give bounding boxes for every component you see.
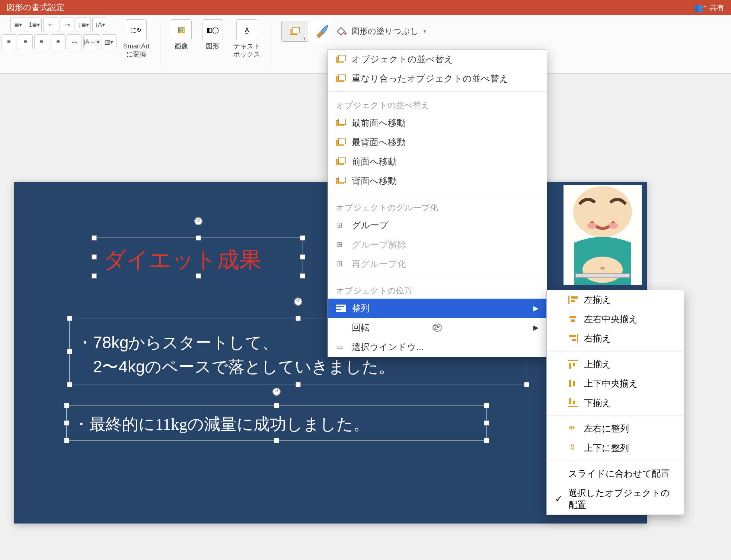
numbering-button[interactable]: 1≣▾ [27, 17, 42, 32]
clipart-image[interactable] [564, 185, 642, 285]
menu-reorder-overlapping[interactable]: 重なり合ったオブジェクトの並べ替え [328, 69, 547, 88]
submenu-align-left[interactable]: 左揃え [547, 290, 684, 309]
submenu-align-right[interactable]: 右揃え [547, 329, 684, 348]
submenu-align-to-slide[interactable]: スライドに合わせて配置 [547, 464, 684, 483]
resize-handle[interactable] [64, 403, 69, 408]
resize-handle[interactable] [64, 438, 69, 443]
resize-handle[interactable] [524, 382, 529, 387]
submenu-arrow-icon: ▶ [533, 324, 539, 332]
selection-pane-icon [336, 343, 346, 351]
resize-handle[interactable] [296, 316, 301, 321]
group-icon [336, 221, 346, 229]
menu-label: グループ解除 [352, 239, 406, 251]
smartart-button[interactable]: ⬚↻ SmartArtに変換 [118, 17, 155, 61]
paintbrush-icon [313, 23, 330, 40]
submenu-label: 選択したオブジェクトの配置 [568, 487, 676, 511]
resize-handle[interactable] [484, 420, 489, 426]
menu-group[interactable]: グループ [328, 216, 547, 235]
submenu-align-bottom[interactable]: 下揃え [547, 393, 684, 413]
resize-handle[interactable] [92, 273, 97, 279]
submenu-label: 左揃え [584, 294, 611, 306]
svg-point-4 [582, 257, 623, 283]
rotate-handle[interactable] [194, 217, 202, 225]
format-painter-button[interactable] [311, 21, 332, 42]
resize-handle[interactable] [274, 403, 279, 408]
svg-point-0 [344, 32, 347, 35]
smartart-icon: ⬚↻ [131, 26, 141, 34]
tab-shape-format[interactable]: 図形の書式設定 👥⁺ 共有 [0, 0, 731, 15]
menu-label: 背面へ移動 [352, 175, 397, 187]
submenu-distribute-h[interactable]: 左右に整列 [547, 419, 684, 438]
submenu-align-hcenter[interactable]: 左右中央揃え [547, 309, 684, 329]
menu-separator [547, 461, 684, 461]
shape-fill-button[interactable]: 図形の塗りつぶし ▼ [335, 26, 427, 37]
resize-handle[interactable] [67, 382, 72, 387]
bullets-button[interactable]: ≣▾ [10, 17, 25, 32]
columns-button[interactable]: ▥▾ [102, 34, 116, 49]
svg-point-2 [587, 223, 596, 229]
resize-handle[interactable] [92, 235, 97, 241]
resize-handle[interactable] [296, 382, 301, 387]
distribute-text-button[interactable]: ⫘ [67, 34, 82, 49]
menu-rotate[interactable]: 回転▶ [328, 318, 547, 337]
rotate-handle[interactable] [272, 388, 281, 396]
menu-send-backward[interactable]: 背面へ移動 [328, 171, 547, 191]
menu-ungroup: グループ解除 [328, 235, 547, 254]
distribute-h-icon [568, 424, 578, 433]
menu-reorder-objects[interactable]: オブジェクトの並べ替え [328, 50, 547, 69]
shape-label: 図形 [206, 42, 219, 51]
menu-separator [328, 277, 547, 277]
resize-handle[interactable] [484, 403, 489, 408]
menu-bring-forward[interactable]: 前面へ移動 [328, 152, 547, 171]
resize-handle[interactable] [196, 235, 201, 241]
align-right-button[interactable]: ≡ [34, 34, 49, 49]
resize-handle[interactable] [484, 438, 489, 443]
align-left-button[interactable]: ≡ [1, 34, 16, 49]
submenu-arrow-icon: ▶ [533, 304, 539, 312]
align-left-icon [568, 296, 578, 304]
resize-handle[interactable] [92, 254, 97, 260]
align-justify-button[interactable]: ≡ [51, 34, 66, 49]
share-icon: 👥⁺ [694, 3, 707, 12]
align-icon [336, 305, 346, 312]
resize-handle[interactable] [64, 420, 69, 426]
resize-handle[interactable] [67, 316, 72, 321]
indent-dec-button[interactable]: ⇤ [43, 17, 58, 32]
submenu-align-vcenter[interactable]: 上下中央揃え [547, 374, 684, 393]
text-direction-button[interactable]: ↕A▾ [92, 17, 107, 32]
arrange-button[interactable]: ▼ [281, 21, 308, 42]
menu-send-back[interactable]: 最背面へ移動 [328, 133, 547, 152]
resize-handle[interactable] [300, 235, 305, 241]
menu-bring-front[interactable]: 最前面へ移動 [328, 113, 547, 133]
regroup-icon [336, 260, 346, 268]
menu-label: 選択ウインドウ... [352, 341, 424, 353]
arrange-icon [290, 27, 300, 35]
tab-title: 図形の書式設定 [7, 2, 64, 13]
share-button[interactable]: 👥⁺ 共有 [694, 3, 724, 13]
submenu-align-to-selection[interactable]: ✓選択したオブジェクトの配置 [547, 483, 684, 515]
submenu-align-top[interactable]: 上揃え [547, 354, 684, 374]
char-spacing-button[interactable]: |A↔|▾ [83, 34, 100, 49]
resize-handle[interactable] [300, 254, 305, 260]
indent-inc-button[interactable]: ⇥ [60, 17, 74, 32]
resize-handle[interactable] [67, 349, 72, 354]
resize-handle[interactable] [274, 438, 279, 443]
align-center-button[interactable]: ≡ [18, 34, 33, 49]
rotate-handle[interactable] [294, 298, 302, 306]
svg-rect-6 [575, 274, 629, 277]
chevron-down-icon: ▼ [422, 29, 427, 34]
svg-point-5 [600, 267, 605, 270]
menu-align[interactable]: 整列▶ [328, 299, 547, 318]
submenu-label: 下揃え [584, 397, 611, 409]
insert-textbox-button[interactable]: A̲ テキストボックス [228, 17, 265, 61]
insert-shape-button[interactable]: ◧◯ 図形 [197, 17, 228, 53]
submenu-distribute-v[interactable]: 上下に整列 [547, 438, 684, 458]
insert-image-button[interactable]: 🖼️ 画像 [166, 17, 197, 53]
shape-icon: ◧◯ [207, 26, 219, 34]
submenu-label: 左右に整列 [584, 423, 629, 435]
image-label: 画像 [175, 42, 188, 51]
fill-label: 図形の塗りつぶし [351, 26, 419, 37]
line-spacing-button[interactable]: ↕≣▾ [76, 17, 91, 32]
menu-selection-pane[interactable]: 選択ウインドウ... [328, 337, 547, 357]
resize-handle[interactable] [300, 273, 305, 279]
